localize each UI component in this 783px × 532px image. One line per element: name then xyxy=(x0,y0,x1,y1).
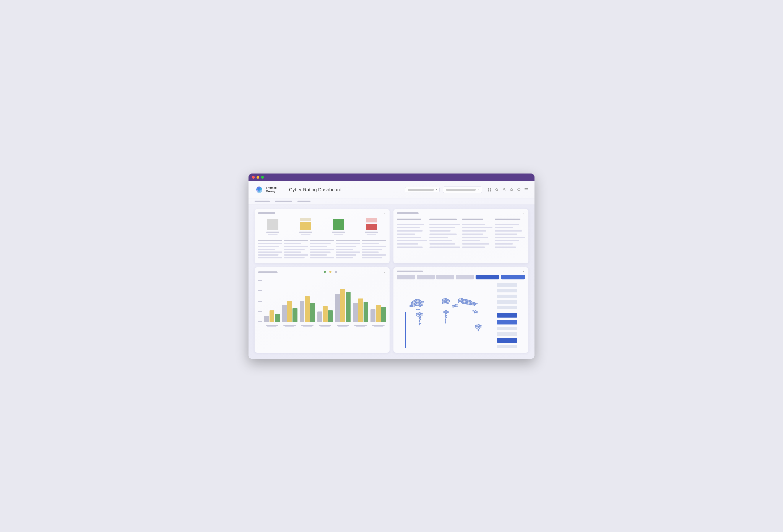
svg-point-124 xyxy=(461,298,462,299)
card2-title xyxy=(397,212,418,214)
svg-point-133 xyxy=(459,300,461,301)
filter-btn-2[interactable] xyxy=(417,275,435,279)
filter-btn-4[interactable] xyxy=(456,275,474,279)
sub-nav-item-1[interactable] xyxy=(255,200,270,202)
svg-point-92 xyxy=(447,300,449,301)
traffic-light-green[interactable] xyxy=(261,176,264,179)
svg-point-121 xyxy=(445,322,446,323)
svg-point-46 xyxy=(419,304,420,305)
svg-point-21 xyxy=(412,302,413,303)
card1-close-button[interactable]: × xyxy=(383,212,386,215)
filter-btn-3[interactable] xyxy=(436,275,454,279)
svg-point-195 xyxy=(479,326,480,327)
svg-point-128 xyxy=(466,299,467,301)
table-row xyxy=(397,237,525,238)
bell-icon[interactable] xyxy=(509,188,514,192)
svg-point-187 xyxy=(475,325,476,326)
filter-active-btn[interactable] xyxy=(476,275,499,279)
traffic-light-red[interactable] xyxy=(252,176,255,179)
bar xyxy=(340,289,345,322)
card3-close-button[interactable]: × xyxy=(383,271,386,274)
svg-point-114 xyxy=(446,313,447,314)
svg-point-65 xyxy=(421,313,423,314)
search-icon: ⌕ xyxy=(477,188,479,191)
bar-group-6 xyxy=(353,299,368,322)
legend-item-active-3 xyxy=(497,338,525,343)
bar xyxy=(305,296,310,322)
svg-point-198 xyxy=(478,327,479,328)
legend-item-6 xyxy=(497,327,525,330)
svg-point-30 xyxy=(411,303,412,305)
table-row xyxy=(397,233,525,235)
table-row xyxy=(258,251,386,253)
filter-btn-1[interactable] xyxy=(397,275,415,279)
svg-point-109 xyxy=(443,312,445,313)
svg-line-6 xyxy=(497,190,498,191)
svg-point-69 xyxy=(420,314,421,315)
svg-point-62 xyxy=(417,312,419,314)
map-filter-row xyxy=(394,275,528,282)
svg-point-60 xyxy=(419,309,420,310)
header-search[interactable]: ⌕ xyxy=(443,187,482,193)
sub-nav-item-3[interactable] xyxy=(297,200,310,202)
svg-point-129 xyxy=(467,300,468,301)
traffic-light-yellow[interactable] xyxy=(256,176,259,179)
svg-rect-10 xyxy=(525,190,528,190)
svg-point-85 xyxy=(445,298,446,299)
svg-point-201 xyxy=(478,330,479,331)
svg-point-26 xyxy=(419,301,420,302)
svg-point-186 xyxy=(476,312,478,313)
svg-point-83 xyxy=(442,299,443,300)
table-row xyxy=(397,230,525,231)
dropdown-text xyxy=(408,189,434,191)
sub-nav-item-2[interactable] xyxy=(275,200,292,202)
legend-dot-yellow xyxy=(329,271,332,273)
svg-point-55 xyxy=(417,305,419,306)
legend-dot-gray xyxy=(335,271,337,273)
bar xyxy=(376,305,381,322)
svg-point-125 xyxy=(462,298,463,300)
rating-box-2 xyxy=(300,222,311,230)
svg-point-82 xyxy=(419,324,420,325)
user-icon[interactable] xyxy=(502,188,506,192)
chat-icon[interactable] xyxy=(517,188,521,192)
svg-point-98 xyxy=(447,301,449,303)
svg-point-117 xyxy=(445,316,446,317)
search-icon[interactable] xyxy=(495,188,499,192)
card2-close-button[interactable]: × xyxy=(522,212,525,215)
svg-point-81 xyxy=(420,323,421,324)
legend-item-8 xyxy=(497,345,525,348)
bar xyxy=(364,302,369,322)
svg-point-31 xyxy=(412,303,413,305)
svg-point-131 xyxy=(470,300,471,301)
bar-group-4 xyxy=(317,306,333,322)
svg-point-185 xyxy=(475,312,476,313)
filter-selected-btn[interactable] xyxy=(501,275,525,279)
table-row xyxy=(258,249,386,250)
card1-title xyxy=(258,212,275,214)
grid-icon[interactable] xyxy=(487,188,492,192)
svg-rect-1 xyxy=(488,188,489,190)
card-rating-overview: × xyxy=(255,209,389,263)
legend-item-2 xyxy=(497,289,525,292)
svg-point-197 xyxy=(476,327,478,328)
svg-point-191 xyxy=(480,325,482,326)
svg-point-169 xyxy=(471,304,472,305)
legend-item-3 xyxy=(497,294,525,298)
bar-group-2 xyxy=(282,301,297,322)
svg-point-99 xyxy=(449,301,450,302)
menu-icon[interactable] xyxy=(524,188,528,192)
rating-box-3 xyxy=(333,219,344,230)
card4-close-button[interactable]: × xyxy=(522,270,525,273)
svg-point-118 xyxy=(446,316,447,318)
svg-point-43 xyxy=(415,304,416,305)
header-dropdown[interactable]: ▾ xyxy=(405,187,440,192)
svg-point-75 xyxy=(420,317,421,318)
svg-point-127 xyxy=(465,299,466,300)
svg-point-166 xyxy=(467,303,468,305)
bar xyxy=(287,301,292,322)
table-row xyxy=(397,243,525,245)
bar xyxy=(282,305,287,322)
svg-point-190 xyxy=(479,324,480,325)
svg-rect-4 xyxy=(490,190,491,191)
